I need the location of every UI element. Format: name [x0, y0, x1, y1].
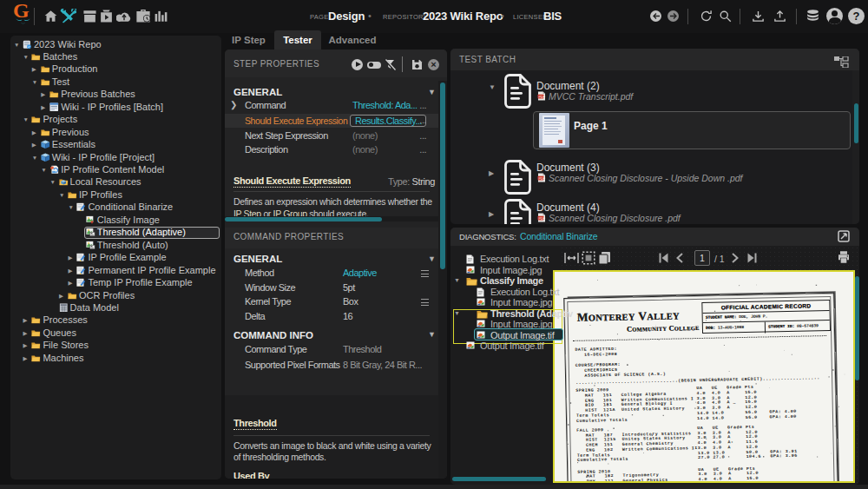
svg-text:PDF: PDF [538, 177, 545, 181]
svg-text:PDF: PDF [538, 217, 545, 221]
svg-text:PDF: PDF [538, 96, 545, 99]
